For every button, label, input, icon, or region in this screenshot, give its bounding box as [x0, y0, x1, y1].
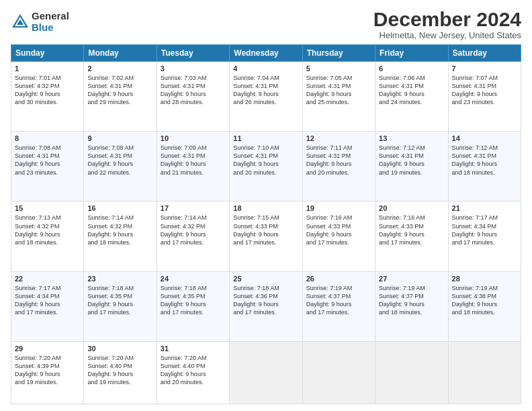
- day-info: Sunrise: 7:18 AMSunset: 4:35 PMDaylight:…: [161, 285, 207, 316]
- day-info: Sunrise: 7:15 AMSunset: 4:33 PMDaylight:…: [233, 214, 279, 245]
- calendar-day-header: Saturday: [448, 45, 521, 62]
- day-info: Sunrise: 7:02 AMSunset: 4:31 PMDaylight:…: [87, 75, 134, 105]
- calendar-day-cell: 15Sunrise: 7:13 AMSunset: 4:32 PMDayligh…: [11, 201, 84, 271]
- day-info: Sunrise: 7:01 AMSunset: 4:32 PMDaylight:…: [15, 75, 61, 105]
- calendar-day-cell: 24Sunrise: 7:18 AMSunset: 4:35 PMDayligh…: [157, 271, 229, 341]
- calendar-day-cell: 10Sunrise: 7:09 AMSunset: 4:31 PMDayligh…: [157, 132, 229, 201]
- day-info: Sunrise: 7:19 AMSunset: 4:37 PMDaylight:…: [306, 285, 353, 316]
- calendar-day-header: Monday: [84, 45, 157, 62]
- logo-general: General: [32, 11, 69, 22]
- day-info: Sunrise: 7:10 AMSunset: 4:31 PMDaylight:…: [233, 144, 279, 175]
- day-info: Sunrise: 7:13 AMSunset: 4:32 PMDaylight:…: [15, 214, 61, 245]
- header: General Blue December 2024 Helmetta, New…: [11, 8, 521, 40]
- day-info: Sunrise: 7:03 AMSunset: 4:31 PMDaylight:…: [161, 75, 207, 105]
- day-number: 26: [306, 275, 371, 283]
- calendar-week-row: 8Sunrise: 7:08 AMSunset: 4:31 PMDaylight…: [11, 132, 521, 201]
- calendar-day-header: Sunday: [11, 45, 84, 62]
- day-info: Sunrise: 7:08 AMSunset: 4:31 PMDaylight:…: [87, 144, 134, 175]
- day-number: 6: [379, 64, 444, 73]
- calendar-day-cell: 8Sunrise: 7:08 AMSunset: 4:31 PMDaylight…: [11, 132, 84, 201]
- calendar-day-cell: 18Sunrise: 7:15 AMSunset: 4:33 PMDayligh…: [230, 201, 302, 271]
- day-info: Sunrise: 7:18 AMSunset: 4:35 PMDaylight:…: [87, 285, 134, 316]
- day-number: 27: [379, 275, 444, 283]
- calendar-week-row: 15Sunrise: 7:13 AMSunset: 4:32 PMDayligh…: [11, 201, 521, 271]
- day-number: 3: [161, 64, 226, 73]
- calendar-day-cell: 27Sunrise: 7:19 AMSunset: 4:37 PMDayligh…: [375, 271, 448, 341]
- day-number: 8: [15, 134, 80, 142]
- calendar-day-header: Thursday: [302, 45, 375, 62]
- calendar-day-cell: 14Sunrise: 7:12 AMSunset: 4:31 PMDayligh…: [448, 132, 521, 201]
- calendar-day-cell: 22Sunrise: 7:17 AMSunset: 4:34 PMDayligh…: [11, 271, 84, 341]
- day-info: Sunrise: 7:18 AMSunset: 4:36 PMDaylight:…: [233, 285, 279, 316]
- day-info: Sunrise: 7:14 AMSunset: 4:32 PMDaylight:…: [161, 214, 207, 245]
- calendar-day-cell: 5Sunrise: 7:05 AMSunset: 4:31 PMDaylight…: [302, 62, 375, 132]
- day-number: 30: [87, 345, 152, 353]
- calendar-week-row: 22Sunrise: 7:17 AMSunset: 4:34 PMDayligh…: [11, 271, 521, 341]
- day-number: 28: [452, 275, 517, 283]
- calendar-day-cell: 1Sunrise: 7:01 AMSunset: 4:32 PMDaylight…: [11, 62, 84, 132]
- day-info: Sunrise: 7:07 AMSunset: 4:31 PMDaylight:…: [452, 75, 498, 105]
- main-title: December 2024: [373, 8, 521, 30]
- day-info: Sunrise: 7:09 AMSunset: 4:31 PMDaylight:…: [161, 144, 207, 175]
- day-number: 20: [379, 204, 444, 212]
- calendar-day-cell: 30Sunrise: 7:20 AMSunset: 4:40 PMDayligh…: [84, 341, 157, 404]
- calendar-day-cell: 23Sunrise: 7:18 AMSunset: 4:35 PMDayligh…: [84, 271, 157, 341]
- day-number: 5: [306, 64, 371, 73]
- day-number: 1: [15, 64, 80, 73]
- day-info: Sunrise: 7:16 AMSunset: 4:33 PMDaylight:…: [379, 214, 425, 245]
- day-number: 22: [15, 275, 80, 283]
- calendar-day-header: Tuesday: [157, 45, 229, 62]
- day-info: Sunrise: 7:11 AMSunset: 4:31 PMDaylight:…: [306, 144, 353, 175]
- calendar-day-cell: 12Sunrise: 7:11 AMSunset: 4:31 PMDayligh…: [302, 132, 375, 201]
- calendar-day-cell: 31Sunrise: 7:20 AMSunset: 4:40 PMDayligh…: [157, 341, 229, 404]
- calendar-day-cell: 11Sunrise: 7:10 AMSunset: 4:31 PMDayligh…: [230, 132, 302, 201]
- title-block: December 2024 Helmetta, New Jersey, Unit…: [373, 8, 521, 40]
- day-number: 16: [87, 204, 152, 212]
- calendar-day-cell: 21Sunrise: 7:17 AMSunset: 4:34 PMDayligh…: [448, 201, 521, 271]
- day-info: Sunrise: 7:20 AMSunset: 4:40 PMDaylight:…: [87, 355, 134, 385]
- calendar-day-cell: 6Sunrise: 7:06 AMSunset: 4:31 PMDaylight…: [375, 62, 448, 132]
- day-number: 31: [161, 345, 226, 353]
- day-number: 10: [161, 134, 226, 142]
- day-info: Sunrise: 7:06 AMSunset: 4:31 PMDaylight:…: [379, 75, 425, 105]
- day-info: Sunrise: 7:20 AMSunset: 4:40 PMDaylight:…: [161, 355, 207, 385]
- day-info: Sunrise: 7:05 AMSunset: 4:31 PMDaylight:…: [306, 75, 353, 105]
- calendar-day-cell: [230, 341, 302, 404]
- day-number: 11: [233, 134, 298, 142]
- calendar-day-cell: 28Sunrise: 7:19 AMSunset: 4:38 PMDayligh…: [448, 271, 521, 341]
- day-info: Sunrise: 7:16 AMSunset: 4:33 PMDaylight:…: [306, 214, 353, 245]
- day-info: Sunrise: 7:19 AMSunset: 4:37 PMDaylight:…: [379, 285, 425, 316]
- day-number: 24: [161, 275, 226, 283]
- day-number: 4: [233, 64, 298, 73]
- day-number: 18: [233, 204, 298, 212]
- day-number: 13: [379, 134, 444, 142]
- calendar-day-cell: 29Sunrise: 7:20 AMSunset: 4:39 PMDayligh…: [11, 341, 84, 404]
- day-number: 12: [306, 134, 371, 142]
- logo-icon: [11, 13, 30, 32]
- calendar-week-row: 1Sunrise: 7:01 AMSunset: 4:32 PMDaylight…: [11, 62, 521, 132]
- calendar-day-cell: 7Sunrise: 7:07 AMSunset: 4:31 PMDaylight…: [448, 62, 521, 132]
- calendar-day-cell: [448, 341, 521, 404]
- calendar-day-cell: 4Sunrise: 7:04 AMSunset: 4:31 PMDaylight…: [230, 62, 302, 132]
- day-info: Sunrise: 7:17 AMSunset: 4:34 PMDaylight:…: [15, 285, 61, 316]
- day-info: Sunrise: 7:20 AMSunset: 4:39 PMDaylight:…: [15, 355, 61, 385]
- calendar-day-cell: 13Sunrise: 7:12 AMSunset: 4:31 PMDayligh…: [375, 132, 448, 201]
- day-info: Sunrise: 7:14 AMSunset: 4:32 PMDaylight:…: [87, 214, 134, 245]
- day-number: 14: [452, 134, 517, 142]
- day-info: Sunrise: 7:12 AMSunset: 4:31 PMDaylight:…: [379, 144, 425, 175]
- logo-text: General Blue: [32, 11, 69, 33]
- calendar-day-header: Wednesday: [230, 45, 302, 62]
- calendar-day-cell: 3Sunrise: 7:03 AMSunset: 4:31 PMDaylight…: [157, 62, 229, 132]
- logo-blue: Blue: [32, 22, 69, 34]
- calendar-week-row: 29Sunrise: 7:20 AMSunset: 4:39 PMDayligh…: [11, 341, 521, 404]
- calendar-day-cell: 25Sunrise: 7:18 AMSunset: 4:36 PMDayligh…: [230, 271, 302, 341]
- page: General Blue December 2024 Helmetta, New…: [0, 0, 532, 411]
- calendar-header-row: SundayMondayTuesdayWednesdayThursdayFrid…: [11, 45, 521, 62]
- calendar-day-cell: 17Sunrise: 7:14 AMSunset: 4:32 PMDayligh…: [157, 201, 229, 271]
- day-number: 17: [161, 204, 226, 212]
- calendar-day-cell: 26Sunrise: 7:19 AMSunset: 4:37 PMDayligh…: [302, 271, 375, 341]
- day-info: Sunrise: 7:08 AMSunset: 4:31 PMDaylight:…: [15, 144, 61, 175]
- logo: General Blue: [11, 11, 69, 33]
- day-number: 9: [87, 134, 152, 142]
- calendar-day-cell: [375, 341, 448, 404]
